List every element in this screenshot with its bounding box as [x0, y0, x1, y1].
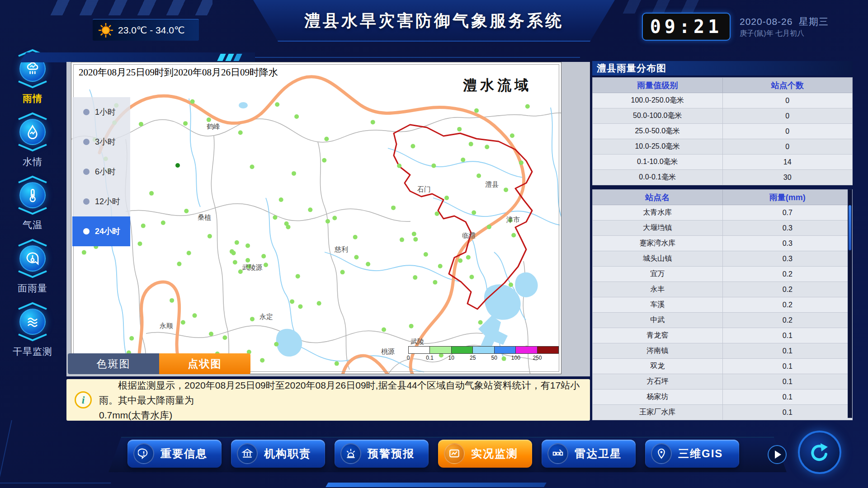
- rain-level-row: 50.0-100.0毫米0: [593, 108, 853, 124]
- table-scrollbar[interactable]: [848, 189, 852, 418]
- nav-button-预警预报[interactable]: 预警预报: [335, 440, 429, 468]
- time-option-6小时[interactable]: 6小时: [72, 157, 130, 187]
- cell: 100.0-250.0毫米: [593, 93, 723, 108]
- radio-icon: [83, 228, 90, 235]
- info-bubble-icon: [138, 448, 150, 460]
- sidebar-item-label: 干旱监测: [13, 345, 52, 358]
- sidebar-item-气温[interactable]: 气温: [4, 175, 61, 239]
- sidebar-item-干旱监测[interactable]: 干旱监测: [4, 302, 61, 365]
- satellite-icon: [547, 443, 568, 464]
- nav-button-三维GIS[interactable]: 三维GIS: [645, 440, 739, 468]
- place-label-石门: 石门: [417, 185, 431, 194]
- place-label-澧县: 澧县: [485, 180, 499, 189]
- legend-color-swatch: [495, 347, 516, 353]
- info-bubble-icon: [133, 443, 154, 464]
- circuit-deco: [0, 420, 124, 483]
- cell: 0.1: [722, 328, 853, 343]
- water-drop-icon: [19, 119, 46, 145]
- cell: 大堰垱镇: [593, 221, 723, 236]
- cell: 0: [722, 139, 853, 155]
- legend-color-swatch: [538, 347, 558, 353]
- time-option-label: 1小时: [95, 107, 116, 117]
- divider-line: [255, 57, 580, 58]
- sidebar-item-label: 雨情: [23, 92, 42, 105]
- legend-color-swatch: [516, 347, 537, 353]
- cell: 双龙: [593, 359, 723, 374]
- cell: 0.1: [722, 389, 853, 405]
- view-button-色斑图[interactable]: 色斑图: [68, 353, 159, 374]
- bottom-nav: 重要信息机构职责预警预报实况监测雷达卫星三维GIS: [127, 440, 739, 468]
- legend-color-swatch: [473, 347, 494, 353]
- rain-panel-title: 澧县雨量分布图: [592, 61, 853, 75]
- station-row: 王家厂水库0.1: [593, 405, 853, 420]
- back-button[interactable]: [798, 431, 841, 474]
- rain-level-row: 0.1-10.0毫米14: [593, 155, 853, 170]
- time-option-label: 3小时: [95, 136, 116, 147]
- bottom-accent-bar: [326, 483, 547, 487]
- map-panel-deco-bar: [20, 52, 255, 62]
- cell: 杨家坊: [593, 389, 723, 405]
- time-option-label: 24小时: [95, 226, 120, 237]
- station-row: 方石坪0.1: [593, 374, 853, 389]
- back-arrow-icon: [808, 441, 831, 464]
- rain-level-row: 25.0-50.0毫米0: [593, 124, 853, 139]
- area-rain-icon: [19, 245, 46, 272]
- station-row: 涔南镇0.1: [593, 343, 853, 359]
- satellite-icon: [552, 448, 564, 460]
- sun-icon: [98, 23, 113, 38]
- chevron-down-icon: [15, 144, 50, 152]
- play-icon: [775, 450, 781, 459]
- cell: 14: [722, 155, 853, 170]
- cell: 永丰: [593, 282, 723, 297]
- time-option-3小时[interactable]: 3小时: [72, 127, 130, 157]
- place-label-桃源: 桃源: [381, 347, 395, 356]
- place-label-武陵源: 武陵源: [242, 263, 263, 272]
- cell: 50.0-100.0毫米: [593, 108, 723, 124]
- place-label-鹤峰: 鹤峰: [207, 122, 220, 131]
- view-button-点状图[interactable]: 点状图: [159, 353, 250, 374]
- map-pin-icon: [651, 443, 672, 464]
- time-option-12小时[interactable]: 12小时: [72, 187, 130, 216]
- sidebar-item-水情[interactable]: 水情: [4, 112, 61, 175]
- nav-button-实况监测[interactable]: 实况监测: [438, 440, 532, 468]
- chevron-down-icon: [15, 80, 50, 89]
- cell: 0: [722, 108, 853, 124]
- area-rain-icon: [25, 251, 40, 266]
- radio-icon: [83, 169, 90, 175]
- nav-button-label: 重要信息: [160, 446, 208, 461]
- radio-icon: [83, 109, 90, 115]
- nav-button-机构职责[interactable]: 机构职责: [231, 440, 325, 468]
- legend-color-swatch: [430, 347, 451, 353]
- precip-legend: 00.1102550100250: [408, 346, 559, 361]
- place-label-永顺: 永顺: [160, 322, 173, 330]
- cell: 0.1: [722, 359, 853, 374]
- cell: 0.0-0.1毫米: [593, 170, 723, 185]
- legend-tick-label: 0.1: [426, 355, 434, 361]
- cell: 0.2: [722, 313, 853, 328]
- precip-map[interactable]: 2020年08月25日09时到2020年08月26日09时降水 澧水流域 鹤峰石…: [71, 62, 561, 374]
- cell: 王家厂水库: [593, 405, 723, 420]
- time-option-1小时[interactable]: 1小时: [72, 97, 130, 127]
- scrollbar-thumb[interactable]: [849, 205, 851, 250]
- nav-button-重要信息[interactable]: 重要信息: [127, 440, 222, 468]
- rain-cloud-icon: [25, 61, 40, 76]
- cell: 0.1: [722, 374, 853, 389]
- place-label-武陵: 武陵: [410, 338, 424, 346]
- map-view-toggle: 色斑图点状图: [68, 353, 250, 374]
- map-canvas: [71, 62, 561, 374]
- column-header: 站点个数: [722, 78, 853, 93]
- nav-button-雷达卫星[interactable]: 雷达卫星: [542, 440, 636, 468]
- station-rain-table: 站点名雨量(mm)太青水库0.7大堰垱镇0.3蹇家湾水库0.3城头山镇0.3宜万…: [592, 189, 853, 420]
- time-option-24小时[interactable]: 24小时: [72, 216, 130, 246]
- sidebar-item-label: 面雨量: [18, 282, 47, 295]
- station-row: 双龙0.1: [593, 359, 853, 374]
- institution-icon: [237, 443, 258, 464]
- place-label-津市: 津市: [506, 216, 520, 224]
- monitoring-notice: i 根据监测显示，2020年08月25日09时至2020年08月26日09时,据…: [66, 379, 590, 421]
- nav-play-button[interactable]: [768, 445, 787, 464]
- sidebar-item-面雨量[interactable]: 面雨量: [4, 239, 61, 302]
- legend-color-swatch: [409, 347, 430, 353]
- map-panel: 2020年08月25日09时到2020年08月26日09时降水 澧水流域 鹤峰石…: [66, 62, 590, 376]
- place-label-慈利: 慈利: [335, 245, 348, 254]
- cell: 0.3: [722, 221, 853, 236]
